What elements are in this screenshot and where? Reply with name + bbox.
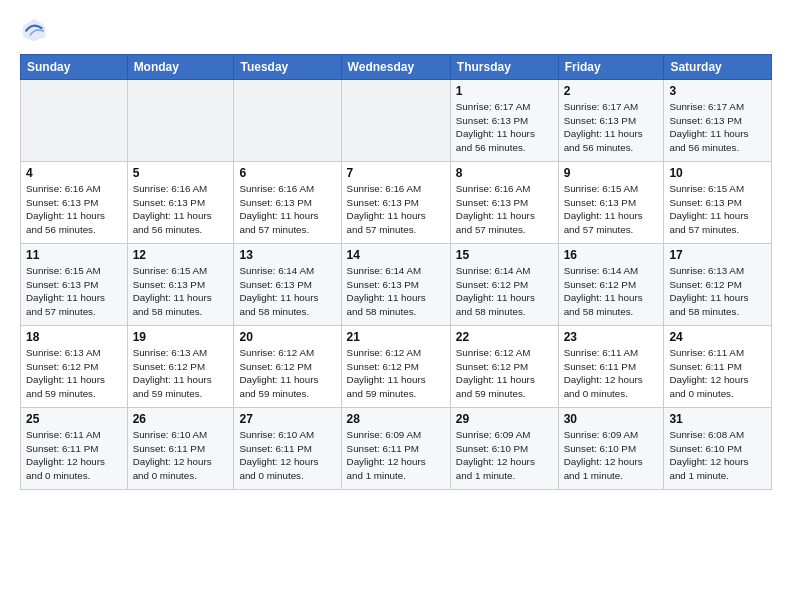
day-info: Sunrise: 6:12 AM Sunset: 6:12 PM Dayligh… bbox=[456, 346, 553, 401]
day-number: 7 bbox=[347, 166, 445, 180]
day-number: 22 bbox=[456, 330, 553, 344]
weekday-header-monday: Monday bbox=[127, 55, 234, 80]
calendar-cell: 21Sunrise: 6:12 AM Sunset: 6:12 PM Dayli… bbox=[341, 326, 450, 408]
weekday-header-sunday: Sunday bbox=[21, 55, 128, 80]
calendar-cell: 26Sunrise: 6:10 AM Sunset: 6:11 PM Dayli… bbox=[127, 408, 234, 490]
calendar-cell bbox=[341, 80, 450, 162]
day-number: 24 bbox=[669, 330, 766, 344]
day-info: Sunrise: 6:08 AM Sunset: 6:10 PM Dayligh… bbox=[669, 428, 766, 483]
calendar-cell: 29Sunrise: 6:09 AM Sunset: 6:10 PM Dayli… bbox=[450, 408, 558, 490]
day-info: Sunrise: 6:16 AM Sunset: 6:13 PM Dayligh… bbox=[239, 182, 335, 237]
calendar-cell: 9Sunrise: 6:15 AM Sunset: 6:13 PM Daylig… bbox=[558, 162, 664, 244]
day-info: Sunrise: 6:15 AM Sunset: 6:13 PM Dayligh… bbox=[133, 264, 229, 319]
page-container: SundayMondayTuesdayWednesdayThursdayFrid… bbox=[0, 0, 792, 500]
day-number: 18 bbox=[26, 330, 122, 344]
calendar-cell bbox=[127, 80, 234, 162]
logo-icon bbox=[20, 16, 48, 44]
weekday-header-thursday: Thursday bbox=[450, 55, 558, 80]
day-info: Sunrise: 6:16 AM Sunset: 6:13 PM Dayligh… bbox=[347, 182, 445, 237]
day-number: 9 bbox=[564, 166, 659, 180]
day-info: Sunrise: 6:10 AM Sunset: 6:11 PM Dayligh… bbox=[239, 428, 335, 483]
calendar-cell bbox=[21, 80, 128, 162]
day-info: Sunrise: 6:12 AM Sunset: 6:12 PM Dayligh… bbox=[347, 346, 445, 401]
day-info: Sunrise: 6:10 AM Sunset: 6:11 PM Dayligh… bbox=[133, 428, 229, 483]
calendar-cell: 10Sunrise: 6:15 AM Sunset: 6:13 PM Dayli… bbox=[664, 162, 772, 244]
day-number: 2 bbox=[564, 84, 659, 98]
day-info: Sunrise: 6:17 AM Sunset: 6:13 PM Dayligh… bbox=[456, 100, 553, 155]
day-info: Sunrise: 6:13 AM Sunset: 6:12 PM Dayligh… bbox=[669, 264, 766, 319]
day-info: Sunrise: 6:11 AM Sunset: 6:11 PM Dayligh… bbox=[669, 346, 766, 401]
weekday-header-saturday: Saturday bbox=[664, 55, 772, 80]
calendar-cell: 12Sunrise: 6:15 AM Sunset: 6:13 PM Dayli… bbox=[127, 244, 234, 326]
week-row-4: 18Sunrise: 6:13 AM Sunset: 6:12 PM Dayli… bbox=[21, 326, 772, 408]
day-info: Sunrise: 6:17 AM Sunset: 6:13 PM Dayligh… bbox=[669, 100, 766, 155]
weekday-header-friday: Friday bbox=[558, 55, 664, 80]
calendar-cell: 11Sunrise: 6:15 AM Sunset: 6:13 PM Dayli… bbox=[21, 244, 128, 326]
calendar-cell: 30Sunrise: 6:09 AM Sunset: 6:10 PM Dayli… bbox=[558, 408, 664, 490]
weekday-header-tuesday: Tuesday bbox=[234, 55, 341, 80]
day-number: 27 bbox=[239, 412, 335, 426]
calendar-cell: 18Sunrise: 6:13 AM Sunset: 6:12 PM Dayli… bbox=[21, 326, 128, 408]
calendar-cell: 16Sunrise: 6:14 AM Sunset: 6:12 PM Dayli… bbox=[558, 244, 664, 326]
day-number: 4 bbox=[26, 166, 122, 180]
day-info: Sunrise: 6:14 AM Sunset: 6:12 PM Dayligh… bbox=[456, 264, 553, 319]
day-info: Sunrise: 6:11 AM Sunset: 6:11 PM Dayligh… bbox=[26, 428, 122, 483]
calendar-cell bbox=[234, 80, 341, 162]
day-number: 10 bbox=[669, 166, 766, 180]
logo bbox=[20, 16, 52, 44]
calendar-cell: 5Sunrise: 6:16 AM Sunset: 6:13 PM Daylig… bbox=[127, 162, 234, 244]
day-info: Sunrise: 6:14 AM Sunset: 6:13 PM Dayligh… bbox=[347, 264, 445, 319]
day-number: 30 bbox=[564, 412, 659, 426]
calendar: SundayMondayTuesdayWednesdayThursdayFrid… bbox=[20, 54, 772, 490]
day-info: Sunrise: 6:14 AM Sunset: 6:12 PM Dayligh… bbox=[564, 264, 659, 319]
day-info: Sunrise: 6:16 AM Sunset: 6:13 PM Dayligh… bbox=[456, 182, 553, 237]
calendar-cell: 20Sunrise: 6:12 AM Sunset: 6:12 PM Dayli… bbox=[234, 326, 341, 408]
calendar-cell: 7Sunrise: 6:16 AM Sunset: 6:13 PM Daylig… bbox=[341, 162, 450, 244]
calendar-cell: 4Sunrise: 6:16 AM Sunset: 6:13 PM Daylig… bbox=[21, 162, 128, 244]
week-row-2: 4Sunrise: 6:16 AM Sunset: 6:13 PM Daylig… bbox=[21, 162, 772, 244]
weekday-header-row: SundayMondayTuesdayWednesdayThursdayFrid… bbox=[21, 55, 772, 80]
day-number: 25 bbox=[26, 412, 122, 426]
day-number: 11 bbox=[26, 248, 122, 262]
day-number: 1 bbox=[456, 84, 553, 98]
calendar-cell: 8Sunrise: 6:16 AM Sunset: 6:13 PM Daylig… bbox=[450, 162, 558, 244]
day-info: Sunrise: 6:11 AM Sunset: 6:11 PM Dayligh… bbox=[564, 346, 659, 401]
day-info: Sunrise: 6:15 AM Sunset: 6:13 PM Dayligh… bbox=[26, 264, 122, 319]
calendar-cell: 2Sunrise: 6:17 AM Sunset: 6:13 PM Daylig… bbox=[558, 80, 664, 162]
header bbox=[20, 16, 772, 44]
calendar-cell: 1Sunrise: 6:17 AM Sunset: 6:13 PM Daylig… bbox=[450, 80, 558, 162]
day-number: 20 bbox=[239, 330, 335, 344]
calendar-cell: 23Sunrise: 6:11 AM Sunset: 6:11 PM Dayli… bbox=[558, 326, 664, 408]
day-info: Sunrise: 6:17 AM Sunset: 6:13 PM Dayligh… bbox=[564, 100, 659, 155]
day-info: Sunrise: 6:15 AM Sunset: 6:13 PM Dayligh… bbox=[669, 182, 766, 237]
calendar-cell: 14Sunrise: 6:14 AM Sunset: 6:13 PM Dayli… bbox=[341, 244, 450, 326]
day-number: 12 bbox=[133, 248, 229, 262]
day-info: Sunrise: 6:09 AM Sunset: 6:10 PM Dayligh… bbox=[564, 428, 659, 483]
day-number: 6 bbox=[239, 166, 335, 180]
day-number: 19 bbox=[133, 330, 229, 344]
day-number: 3 bbox=[669, 84, 766, 98]
calendar-body: 1Sunrise: 6:17 AM Sunset: 6:13 PM Daylig… bbox=[21, 80, 772, 490]
day-info: Sunrise: 6:12 AM Sunset: 6:12 PM Dayligh… bbox=[239, 346, 335, 401]
day-number: 13 bbox=[239, 248, 335, 262]
weekday-header-wednesday: Wednesday bbox=[341, 55, 450, 80]
day-info: Sunrise: 6:09 AM Sunset: 6:10 PM Dayligh… bbox=[456, 428, 553, 483]
day-number: 17 bbox=[669, 248, 766, 262]
day-number: 28 bbox=[347, 412, 445, 426]
day-info: Sunrise: 6:14 AM Sunset: 6:13 PM Dayligh… bbox=[239, 264, 335, 319]
day-info: Sunrise: 6:13 AM Sunset: 6:12 PM Dayligh… bbox=[133, 346, 229, 401]
day-number: 15 bbox=[456, 248, 553, 262]
calendar-cell: 27Sunrise: 6:10 AM Sunset: 6:11 PM Dayli… bbox=[234, 408, 341, 490]
day-number: 8 bbox=[456, 166, 553, 180]
calendar-cell: 31Sunrise: 6:08 AM Sunset: 6:10 PM Dayli… bbox=[664, 408, 772, 490]
calendar-cell: 25Sunrise: 6:11 AM Sunset: 6:11 PM Dayli… bbox=[21, 408, 128, 490]
calendar-cell: 19Sunrise: 6:13 AM Sunset: 6:12 PM Dayli… bbox=[127, 326, 234, 408]
day-number: 29 bbox=[456, 412, 553, 426]
day-number: 26 bbox=[133, 412, 229, 426]
day-number: 16 bbox=[564, 248, 659, 262]
calendar-cell: 28Sunrise: 6:09 AM Sunset: 6:11 PM Dayli… bbox=[341, 408, 450, 490]
calendar-cell: 15Sunrise: 6:14 AM Sunset: 6:12 PM Dayli… bbox=[450, 244, 558, 326]
calendar-cell: 24Sunrise: 6:11 AM Sunset: 6:11 PM Dayli… bbox=[664, 326, 772, 408]
day-info: Sunrise: 6:16 AM Sunset: 6:13 PM Dayligh… bbox=[133, 182, 229, 237]
day-info: Sunrise: 6:15 AM Sunset: 6:13 PM Dayligh… bbox=[564, 182, 659, 237]
